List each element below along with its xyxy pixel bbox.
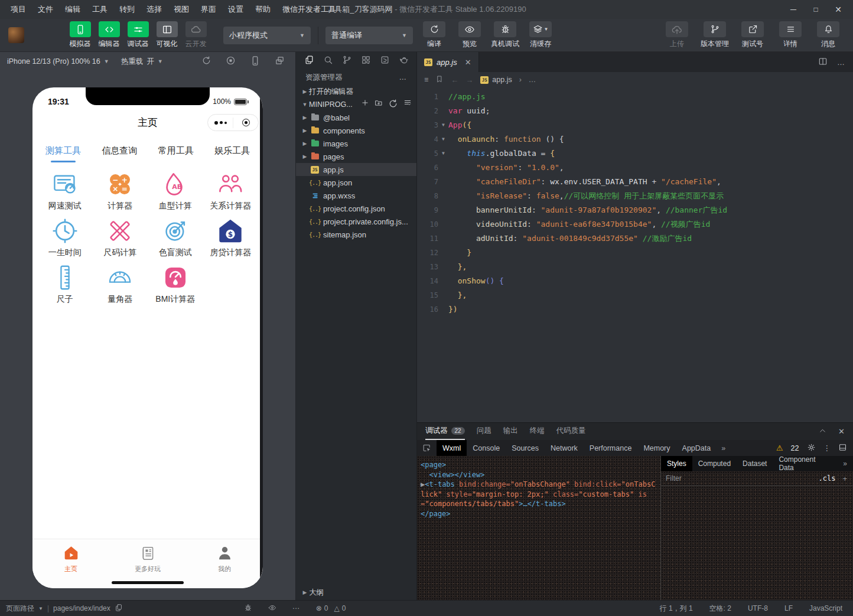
wxml-node[interactable]: <page>: [421, 460, 657, 470]
close-panel-icon[interactable]: ✕: [838, 427, 845, 436]
cls-button[interactable]: .cls: [819, 474, 836, 483]
indentation[interactable]: 空格: 2: [709, 604, 731, 614]
hot-reload-label[interactable]: 热重载: [121, 57, 144, 67]
styles-tab-styles[interactable]: Styles: [661, 456, 692, 471]
devtools-tab-memory[interactable]: Memory: [637, 440, 676, 456]
back-icon[interactable]: ←: [451, 76, 458, 84]
debugger-tab[interactable]: 输出: [503, 423, 518, 440]
tool-item[interactable]: 尺码计算: [93, 217, 148, 258]
settings-gear-icon[interactable]: [807, 443, 816, 454]
fold-icon[interactable]: ▼: [438, 118, 448, 132]
bell-button[interactable]: 消息: [812, 21, 845, 49]
fold-icon[interactable]: ▼: [438, 146, 448, 161]
filter-input[interactable]: Filter: [661, 474, 682, 483]
compile-button[interactable]: 编译: [419, 21, 450, 49]
devtools-tab-wxml[interactable]: Wxml: [437, 440, 467, 456]
devtools-tab-console[interactable]: Console: [467, 440, 506, 456]
menu-item[interactable]: 选择: [141, 0, 168, 19]
source-control-icon[interactable]: [342, 55, 352, 67]
collapse-panel-icon[interactable]: [819, 427, 826, 436]
npm-icon[interactable]: [380, 55, 390, 67]
project-section[interactable]: ▼ MINIPROG...: [296, 98, 416, 111]
file-tree-item[interactable]: app.wxss: [296, 189, 416, 202]
eol[interactable]: LF: [784, 604, 793, 612]
debugger-tab[interactable]: 调试器22: [425, 423, 465, 440]
tabbar-item[interactable]: 主页: [32, 539, 109, 588]
new-folder-icon[interactable]: [375, 99, 383, 110]
category-tab[interactable]: 常用工具: [158, 145, 194, 162]
devtools-tab-performance[interactable]: Performance: [584, 440, 638, 456]
menu-item[interactable]: 文件: [32, 0, 59, 19]
page-path-label[interactable]: 页面路径: [6, 604, 34, 614]
phone-scrollbar[interactable]: [260, 87, 263, 588]
debugger-tab[interactable]: 终端: [530, 423, 545, 440]
maximize-button[interactable]: □: [806, 1, 826, 18]
tool-item[interactable]: 一生时间: [37, 217, 93, 258]
menu-item[interactable]: 帮助: [249, 0, 276, 19]
extensions-icon[interactable]: [361, 55, 371, 67]
file-tree-item[interactable]: {..}project.config.json: [296, 202, 416, 215]
tool-item[interactable]: BMI计算器: [148, 264, 203, 305]
upload-button[interactable]: 上传: [660, 21, 694, 49]
wxml-node[interactable]: ▶<t-tabs bind:change="onTabsChange" bind…: [421, 480, 657, 509]
devtools-tab-sources[interactable]: Sources: [506, 440, 545, 456]
bookmark-icon[interactable]: [435, 75, 444, 85]
action-button[interactable]: 真机调试: [490, 21, 520, 49]
file-tree-item[interactable]: JSapp.js: [296, 163, 416, 176]
fold-icon[interactable]: ▼: [438, 132, 448, 146]
menu-item[interactable]: 编辑: [59, 0, 86, 19]
toggle-cloud-button[interactable]: 云开发: [181, 21, 210, 49]
menu-item[interactable]: 界面: [195, 0, 222, 19]
hamburger-button[interactable]: 详情: [774, 21, 807, 49]
refresh-icon[interactable]: [388, 99, 398, 110]
more-tabs-icon[interactable]: »: [837, 459, 853, 468]
file-tree-item[interactable]: ▶@babel: [296, 111, 416, 124]
category-tab[interactable]: 信息查询: [102, 145, 137, 162]
dock-window-icon[interactable]: [838, 443, 847, 454]
encoding[interactable]: UTF-8: [748, 604, 768, 612]
file-tree-item[interactable]: ▶images: [296, 137, 416, 150]
debugger-tab[interactable]: 代码质量: [556, 423, 586, 440]
copy-path-icon[interactable]: [115, 604, 123, 614]
toggle-sliders-button[interactable]: 调试器: [123, 21, 152, 49]
menu-item[interactable]: 设置: [222, 0, 249, 19]
close-button[interactable]: ✕: [828, 1, 848, 18]
device-selector[interactable]: iPhone 12/13 (Pro) 100% 16: [7, 57, 100, 66]
action-button[interactable]: 预览: [454, 21, 485, 49]
file-tree-item[interactable]: {..}sitemap.json: [296, 228, 416, 241]
open-editors-section[interactable]: ▶ 打开的编辑器: [296, 85, 416, 98]
category-tab[interactable]: 娱乐工具: [214, 145, 250, 162]
tool-item[interactable]: 色盲测试: [148, 217, 203, 258]
toggle-phone-button[interactable]: 模拟器: [66, 21, 95, 49]
compile-mode-dropdown[interactable]: 普通编译 ▼: [325, 27, 413, 44]
problem-counts[interactable]: ⊗ 0 △ 0: [316, 604, 346, 612]
styles-tab-dataset[interactable]: Dataset: [737, 456, 773, 471]
action-button[interactable]: ▼清缓存: [525, 21, 556, 49]
teapot-icon[interactable]: [399, 55, 409, 67]
toggle-code-button[interactable]: 编辑器: [95, 21, 123, 49]
detach-window-icon[interactable]: [275, 56, 285, 68]
outline-section[interactable]: ▶ 大纲: [296, 586, 416, 599]
stop-icon[interactable]: [226, 56, 236, 68]
export-button[interactable]: 测试号: [736, 21, 769, 49]
debug-icon[interactable]: [244, 604, 252, 614]
tool-item[interactable]: $房贷计算器: [203, 217, 259, 258]
debugger-tab[interactable]: 问题: [477, 423, 491, 440]
wxml-node[interactable]: <view></view>: [421, 470, 657, 480]
tool-item[interactable]: 尺子: [37, 264, 93, 305]
more-menu-button[interactable]: [208, 121, 233, 125]
menu-item[interactable]: 微信开发者工具: [276, 0, 342, 19]
file-tree-item[interactable]: {..}app.json: [296, 176, 416, 189]
more-tabs-icon[interactable]: »: [717, 444, 730, 452]
forward-icon[interactable]: →: [465, 76, 473, 84]
tool-item[interactable]: 网速测试: [37, 171, 93, 211]
category-tab[interactable]: 测算工具: [45, 145, 81, 162]
cursor-position[interactable]: 行 1，列 1: [660, 604, 693, 614]
close-capsule-button[interactable]: [233, 119, 258, 126]
file-tree-item[interactable]: ▶pages: [296, 150, 416, 163]
menu-item[interactable]: 视图: [168, 0, 195, 19]
more-actions-icon[interactable]: …: [399, 73, 408, 82]
wxml-node[interactable]: </page>: [421, 509, 657, 519]
close-tab-icon[interactable]: ✕: [465, 58, 471, 67]
styles-tab-computed[interactable]: Computed: [692, 456, 737, 471]
